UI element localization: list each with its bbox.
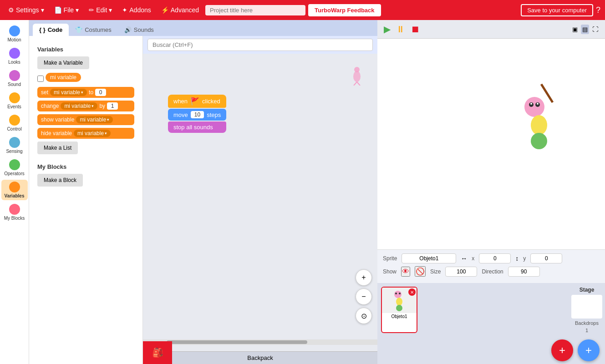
direction-label: Direction bbox=[482, 268, 503, 275]
svg-point-11 bbox=[531, 133, 547, 149]
set-variable-block[interactable]: set mi variable ▾ to 0 bbox=[37, 87, 134, 98]
sprite-bottom: ✕ Objeto1 bbox=[377, 283, 605, 337]
file-icon: 📄 bbox=[54, 6, 62, 14]
control-dot bbox=[9, 115, 20, 126]
x-input[interactable] bbox=[479, 253, 511, 263]
tab-costumes[interactable]: 👕 Costumes bbox=[69, 24, 118, 36]
change-value-input[interactable]: 1 bbox=[107, 102, 118, 110]
make-variable-button[interactable]: Make a Variable bbox=[37, 56, 89, 69]
add-buttons-area: + + bbox=[377, 337, 605, 364]
y-input[interactable] bbox=[530, 253, 562, 263]
variable-dropdown-set[interactable]: mi variable ▾ bbox=[50, 89, 87, 96]
horizontal-scrollbar[interactable] bbox=[143, 339, 377, 345]
sprite-delete-button[interactable]: ✕ bbox=[408, 288, 416, 296]
size-input[interactable] bbox=[445, 267, 477, 277]
green-flag-button[interactable]: ▶ bbox=[383, 23, 391, 35]
edit-button[interactable]: ✏ Edit ▾ bbox=[85, 5, 116, 15]
y-label: y bbox=[523, 255, 526, 262]
category-operators[interactable]: Operators bbox=[1, 157, 28, 178]
sprite-card-objeto1[interactable]: ✕ Objeto1 bbox=[381, 287, 417, 333]
stage-canvas[interactable] bbox=[377, 39, 605, 249]
category-motion[interactable]: Motion bbox=[1, 24, 28, 44]
backpack-icon[interactable]: 🎒 bbox=[152, 347, 163, 358]
tab-sounds[interactable]: 🔊 Sounds bbox=[118, 24, 160, 36]
edit-label: Edit bbox=[96, 6, 107, 14]
x-label: x bbox=[472, 255, 474, 262]
hide-variable-block[interactable]: hide variable mi variable ▾ bbox=[37, 128, 134, 139]
settings-dropdown-arrow: ▾ bbox=[41, 6, 44, 14]
code-area: when 🚩 clicked move 10 steps stop all bbox=[143, 36, 377, 364]
variable-checkbox[interactable] bbox=[37, 76, 44, 82]
set-value-input[interactable]: 0 bbox=[95, 89, 106, 96]
layout-btn-fullscreen[interactable]: ⛶ bbox=[591, 25, 600, 34]
var-name-show: mi variable bbox=[80, 116, 106, 123]
hide-var-label: hide variable bbox=[41, 130, 72, 136]
category-sensing[interactable]: Sensing bbox=[1, 135, 28, 156]
category-looks[interactable]: Looks bbox=[1, 46, 28, 66]
file-button[interactable]: 📄 File ▾ bbox=[51, 5, 83, 15]
var-name-hide: mi variable bbox=[77, 130, 104, 136]
stop-sounds-block[interactable]: stop all sounds bbox=[168, 121, 226, 133]
svg-point-16 bbox=[396, 305, 402, 311]
sounds-icon: 🔊 bbox=[124, 26, 132, 33]
zoom-out-button[interactable]: − bbox=[356, 288, 372, 305]
add-backdrop-button[interactable]: + bbox=[578, 339, 600, 361]
sprite-name-input[interactable] bbox=[402, 253, 456, 263]
flag-icon: 🚩 bbox=[190, 97, 199, 106]
steps-input[interactable]: 10 bbox=[191, 111, 204, 118]
add-sprite-button[interactable]: + bbox=[551, 339, 573, 361]
control-label: Control bbox=[7, 126, 21, 131]
pause-button[interactable]: ⏸ bbox=[395, 23, 406, 35]
turbowarp-feedback-button[interactable]: TurboWarp Feedback bbox=[308, 4, 381, 16]
svg-line-4 bbox=[541, 84, 553, 102]
backpack-bar[interactable]: Backpack bbox=[143, 351, 377, 364]
settings-button[interactable]: ⚙ Settings ▾ bbox=[5, 5, 48, 15]
tabs-row: { } Code 👕 Costumes 🔊 Sounds bbox=[29, 20, 377, 36]
layout-buttons: ▣ ▤ ⛶ bbox=[571, 25, 600, 34]
help-button[interactable]: ? bbox=[596, 5, 600, 15]
search-input[interactable] bbox=[147, 39, 373, 51]
advanced-button[interactable]: ⚡ Advanced bbox=[158, 5, 203, 15]
canvas-area[interactable]: when 🚩 clicked move 10 steps stop all bbox=[143, 54, 377, 351]
sensing-dot bbox=[9, 137, 20, 148]
category-events[interactable]: Events bbox=[1, 91, 28, 111]
stage-thumbnail[interactable] bbox=[571, 295, 602, 318]
make-list-button[interactable]: Make a List bbox=[37, 142, 78, 154]
layout-btn-1[interactable]: ▣ bbox=[571, 25, 579, 34]
variable-dropdown-show[interactable]: mi variable ▾ bbox=[76, 116, 113, 123]
clicked-label: clicked bbox=[202, 98, 220, 105]
stop-button[interactable]: ⏹ bbox=[410, 23, 421, 35]
myblocks-dot bbox=[9, 204, 20, 215]
scrollbar-thumb[interactable] bbox=[167, 340, 307, 344]
direction-input[interactable] bbox=[508, 267, 540, 277]
variable-dropdown-change[interactable]: mi variable ▾ bbox=[61, 102, 97, 110]
sprite-info-panel: Sprite ↔ x ↕ y Show 👁 🚫 Size Direction bbox=[377, 249, 605, 283]
show-variable-block[interactable]: show variable mi variable ▾ bbox=[37, 114, 134, 125]
layout-btn-2[interactable]: ▤ bbox=[581, 25, 589, 34]
stop-sounds-label: stop all sounds bbox=[173, 124, 213, 131]
tab-code[interactable]: { } Code bbox=[33, 24, 69, 36]
zoom-reset-button[interactable]: ⊙ bbox=[356, 308, 372, 324]
when-flag-clicked-block[interactable]: when 🚩 clicked bbox=[168, 95, 226, 108]
search-bar bbox=[143, 36, 377, 54]
move-steps-block[interactable]: move 10 steps bbox=[168, 109, 226, 121]
category-variables[interactable]: Variables bbox=[1, 180, 28, 200]
svg-point-12 bbox=[394, 291, 402, 298]
change-variable-block[interactable]: change mi variable ▾ by 1 bbox=[37, 101, 134, 111]
project-title-input[interactable] bbox=[205, 5, 305, 15]
variable-dropdown-hide[interactable]: mi variable ▾ bbox=[74, 130, 111, 137]
category-sound[interactable]: Sound bbox=[1, 68, 28, 89]
make-block-button[interactable]: Make a Block bbox=[37, 174, 83, 187]
variable-chip[interactable]: mi variable bbox=[46, 73, 81, 82]
bottom-left-panel: 🎒 bbox=[143, 341, 172, 364]
svg-line-2 bbox=[354, 82, 357, 86]
category-myblocks[interactable]: My Blocks bbox=[1, 202, 28, 222]
save-button[interactable]: Save to your computer bbox=[521, 4, 593, 16]
show-hidden-button[interactable]: 🚫 bbox=[415, 266, 426, 277]
zoom-in-button[interactable]: + bbox=[356, 269, 372, 286]
addons-button[interactable]: ✦ Addons bbox=[118, 5, 154, 15]
sound-dot bbox=[9, 70, 20, 81]
show-visible-button[interactable]: 👁 bbox=[401, 267, 410, 277]
sound-label: Sound bbox=[8, 82, 21, 87]
category-control[interactable]: Control bbox=[1, 113, 28, 133]
